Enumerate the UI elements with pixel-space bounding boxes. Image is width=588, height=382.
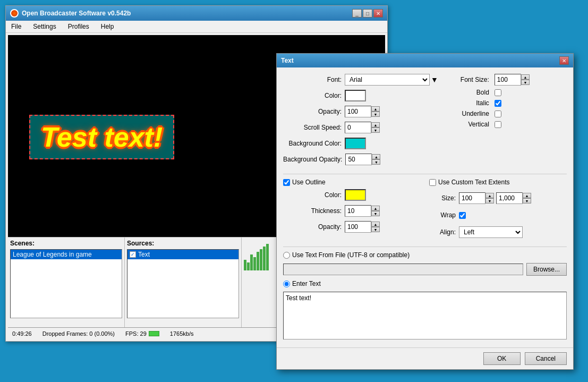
bg-opacity-up[interactable]: ▲: [372, 154, 380, 159]
source-checkbox[interactable]: ✓: [130, 251, 136, 258]
opacity-spin: ▲ ▼: [345, 106, 380, 117]
dialog-close-button[interactable]: ✕: [559, 56, 569, 65]
size-1-up[interactable]: ▲: [485, 193, 494, 198]
scroll-down[interactable]: ▼: [371, 128, 380, 133]
font-size-form-row: Font Size: ▲ ▼: [447, 74, 567, 86]
source-item-text[interactable]: ✓ Text: [127, 250, 238, 259]
scene-item-label: League of Legends in game: [13, 251, 92, 258]
dialog-titlebar: Text ✕: [277, 54, 573, 67]
enter-text-area[interactable]: Test text!: [283, 292, 567, 339]
opacity-down[interactable]: ▼: [371, 112, 380, 117]
color-swatch[interactable]: [345, 90, 366, 101]
vu-bar-8: [266, 244, 269, 270]
bg-color-swatch[interactable]: [345, 138, 366, 149]
dialog-title: Text: [281, 57, 294, 64]
sources-panel: Sources: ✓ Text: [125, 237, 242, 327]
size-2-down[interactable]: ▼: [523, 198, 531, 203]
font-select[interactable]: Arial: [345, 74, 430, 86]
size-input-2[interactable]: [496, 192, 523, 204]
scroll-spin: ▲ ▼: [345, 122, 380, 133]
use-outline-checkbox[interactable]: [283, 179, 290, 186]
dropped-frames: Dropped Frames: 0 (0.00%): [42, 330, 115, 337]
opacity-form-row: Opacity: ▲ ▼: [283, 106, 438, 117]
font-size-down[interactable]: ▼: [521, 80, 530, 85]
scroll-speed-input[interactable]: [345, 122, 371, 133]
wrap-form-row: Wrap: [429, 211, 567, 219]
size-input-1[interactable]: [459, 192, 485, 204]
outline-opacity-input[interactable]: [345, 221, 371, 233]
underline-checkbox[interactable]: [495, 111, 501, 117]
scroll-speed-form-row: Scroll Speed: ▲ ▼: [283, 122, 438, 133]
left-form-col: Font: Arial ▼ Color: Opacity: ▲: [283, 74, 438, 169]
font-dropdown-icon[interactable]: ▼: [431, 75, 438, 84]
thickness-label: Thickness:: [283, 207, 342, 215]
scenes-list[interactable]: League of Legends in game: [10, 249, 122, 318]
scroll-spin-btns: ▲ ▼: [371, 122, 380, 133]
opacity-label: Opacity:: [283, 108, 342, 115]
outline-right-col: Use Custom Text Extents Size: ▲ ▼: [429, 179, 567, 242]
file-path-input[interactable]: [283, 264, 523, 275]
menu-profiles[interactable]: Profiles: [65, 22, 92, 31]
size-form-row: Size: ▲ ▼ ▲ ▼: [429, 192, 567, 204]
text-from-file-row: Use Text From File (UTF-8 or compatible): [283, 251, 567, 259]
underline-row: Underline: [447, 110, 567, 117]
color-form-row: Color:: [283, 90, 438, 101]
size-2-up[interactable]: ▲: [523, 193, 531, 198]
align-select[interactable]: Left Center Right: [459, 226, 523, 238]
outline-opacity-down[interactable]: ▼: [371, 227, 380, 232]
text-dialog: Text ✕ Font: Arial ▼ Color: Opacity:: [276, 53, 574, 370]
vu-bar-4: [253, 257, 256, 270]
menubar: File Settings Profiles Help: [6, 21, 387, 33]
thickness-down[interactable]: ▼: [371, 211, 380, 216]
menu-file[interactable]: File: [8, 22, 24, 31]
ok-button[interactable]: OK: [483, 352, 521, 365]
sources-list[interactable]: ✓ Text: [127, 249, 239, 318]
preview-text: Test text!: [41, 121, 163, 153]
outline-opacity-up[interactable]: ▲: [371, 222, 380, 227]
dialog-footer: OK Cancel: [277, 347, 573, 369]
use-custom-label: Use Custom Text Extents: [438, 179, 510, 186]
vu-bar-7: [263, 247, 266, 270]
cancel-button[interactable]: Cancel: [525, 352, 567, 365]
text-from-file-label: Use Text From File (UTF-8 or compatible): [292, 251, 410, 259]
size-label: Size:: [429, 194, 456, 202]
minimize-button[interactable]: _: [352, 9, 362, 18]
bg-opacity-spin: ▲ ▼: [345, 154, 380, 165]
enter-text-row: Enter Text: [283, 280, 567, 287]
vu-bar-3: [250, 254, 253, 270]
browse-button[interactable]: Browse...: [526, 263, 567, 276]
thickness-spin-btns: ▲ ▼: [371, 206, 380, 216]
titlebar-controls: _ □ ✕: [352, 9, 383, 18]
bold-checkbox[interactable]: [495, 89, 501, 96]
thickness-up[interactable]: ▲: [371, 206, 380, 211]
maximize-button[interactable]: □: [363, 9, 372, 18]
menu-help[interactable]: Help: [98, 22, 117, 31]
close-button[interactable]: ✕: [373, 9, 383, 18]
wrap-checkbox[interactable]: [459, 212, 466, 219]
italic-checkbox[interactable]: [495, 100, 501, 107]
size-spin-1-btns: ▲ ▼: [485, 193, 494, 203]
bg-opacity-input[interactable]: [345, 154, 372, 165]
scroll-up[interactable]: ▲: [371, 122, 380, 128]
vertical-label: Vertical: [447, 121, 489, 128]
opacity-up[interactable]: ▲: [371, 106, 380, 112]
opacity-input[interactable]: [345, 106, 371, 117]
size-1-down[interactable]: ▼: [485, 198, 494, 203]
thickness-spin: ▲ ▼: [345, 205, 380, 217]
thickness-input[interactable]: [345, 205, 371, 217]
scene-item-lol[interactable]: League of Legends in game: [11, 250, 122, 259]
vertical-checkbox[interactable]: [495, 121, 501, 128]
bg-opacity-down[interactable]: ▼: [372, 159, 380, 165]
font-size-input[interactable]: [495, 74, 521, 86]
menu-settings[interactable]: Settings: [30, 22, 59, 31]
use-outline-header: Use Outline: [283, 179, 421, 186]
use-custom-checkbox[interactable]: [429, 179, 436, 186]
enter-text-radio[interactable]: [283, 281, 290, 287]
text-from-file-radio[interactable]: [283, 252, 290, 259]
outline-color-swatch[interactable]: [345, 189, 366, 201]
outline-opacity-form-row: Opacity: ▲ ▼: [283, 221, 421, 233]
obs-app-icon: [10, 9, 19, 18]
use-custom-header: Use Custom Text Extents: [429, 179, 567, 186]
font-size-up[interactable]: ▲: [521, 74, 530, 80]
bg-color-label: Background Color:: [283, 140, 342, 147]
